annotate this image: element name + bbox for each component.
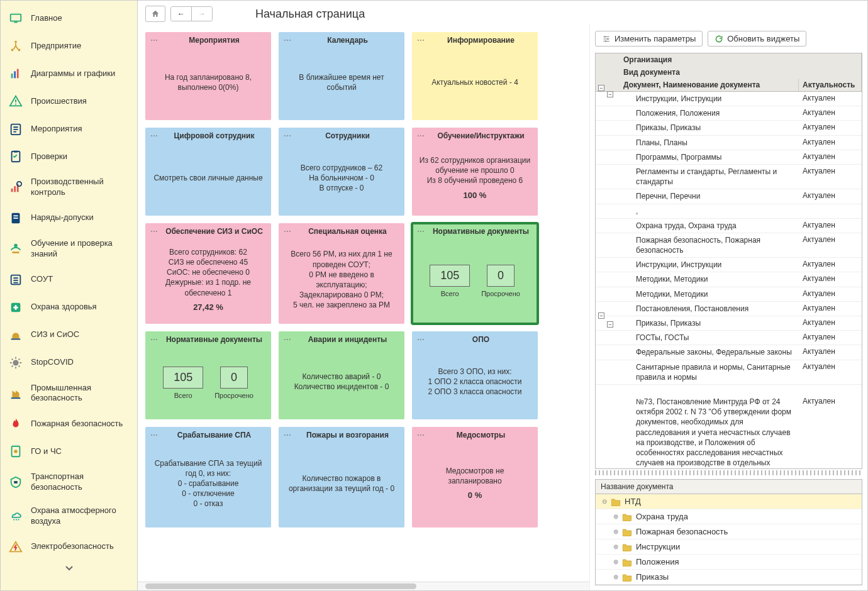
widget-menu-icon[interactable]: ⋯ [284, 131, 292, 140]
widget-menu-icon[interactable]: ⋯ [150, 431, 159, 439]
document-row[interactable]: Программы, ПрограммыАктуален [596, 150, 862, 165]
tree-collapse-2[interactable]: − [607, 91, 613, 97]
document-row[interactable]: №73, Постановление Минтруда РФ от 24 окт… [596, 395, 862, 469]
widget[interactable]: ⋯Аварии и инцидентыКоличество аварий - 0… [279, 331, 404, 419]
widget-menu-icon[interactable]: ⋯ [417, 36, 425, 45]
widget-menu-icon[interactable]: ⋯ [417, 335, 425, 344]
document-row[interactable]: Федеральные законы, Федеральные законыАк… [596, 345, 862, 360]
refresh-widgets-button[interactable]: Обновить виджеты [708, 31, 806, 47]
widget[interactable]: ⋯Срабатывание СПАСрабатывание СПА за теу… [145, 427, 271, 527]
tree-collapse-3[interactable]: − [598, 312, 604, 319]
svg-rect-19 [13, 218, 18, 219]
document-row[interactable]: Пожарная безопасность, Пожарная безопасн… [596, 233, 862, 258]
sidebar-item-gochs[interactable]: ГО и ЧС [1, 438, 137, 465]
change-params-label: Изменить параметры [615, 34, 696, 43]
sidebar-item-electro[interactable]: Электробезопасность [1, 533, 137, 561]
widget-line: Медосмотров не запланировано [418, 466, 531, 486]
sidebar-item-prodcontrol[interactable]: Производственный контроль [1, 170, 137, 204]
stat: 0Просрочено [214, 367, 253, 400]
expander-icon[interactable]: ⊕ [612, 543, 620, 551]
document-row[interactable]: Методики, МетодикиАктуален [596, 287, 862, 302]
widget[interactable]: ⋯Специальная оценкаВсего 56 РМ, из них д… [279, 223, 404, 324]
document-row[interactable]: Положения, ПоложенияАктуален [596, 106, 862, 121]
sidebar-item-permits[interactable]: Наряды-допуски [1, 204, 137, 232]
sidebar-item-sout[interactable]: СОУТ [1, 266, 137, 294]
widget-menu-icon[interactable]: ⋯ [417, 131, 425, 140]
widget[interactable]: ⋯ИнформированиеАктуальных новостей - 4 [412, 32, 538, 120]
sidebar-item-enterprise[interactable]: Предприятие [1, 32, 137, 60]
splitter[interactable] [595, 470, 862, 475]
document-row[interactable]: Санитарные правила и нормы, Санитарные п… [596, 360, 862, 385]
folder-row[interactable]: ⊕Пожарная безопасность [596, 524, 862, 539]
sidebar-label: Происшествия [31, 96, 87, 107]
folder-row[interactable]: ⊕Охрана труда [596, 509, 862, 524]
change-params-button[interactable]: Изменить параметры [595, 31, 703, 47]
sidebar-item-air[interactable]: Охрана атмосферного воздуха [1, 499, 137, 533]
expander-icon[interactable]: ⊕ [612, 573, 620, 581]
sidebar-more[interactable] [1, 561, 137, 577]
widget[interactable]: ⋯Обучение/ИнструктажиИз 62 сотрудников о… [412, 128, 538, 216]
widget-menu-icon[interactable]: ⋯ [150, 131, 159, 140]
document-row[interactable]: Перечни, ПеречниАктуален [596, 189, 862, 204]
sidebar-item-fire[interactable]: Пожарная безопасность [1, 410, 137, 438]
document-row[interactable]: Инструкции, ИнструкцииАктуален [596, 92, 862, 106]
folder-row[interactable]: ⊕Инструкции [596, 539, 862, 555]
widget-menu-icon[interactable]: ⋯ [284, 227, 292, 236]
widget-menu-icon[interactable]: ⋯ [284, 431, 292, 439]
sidebar-item-charts[interactable]: Диаграммы и графики [1, 60, 137, 87]
widget[interactable]: ⋯ОПОВсего 3 ОПО, из них:1 ОПО 2 класса о… [412, 331, 538, 419]
document-row[interactable]: , [596, 204, 862, 219]
widget[interactable]: ⋯Нормативные документы105Всего0Просрочен… [412, 223, 538, 324]
widget[interactable]: ⋯Цифровой сотрудникСмотреть свои личные … [145, 128, 271, 216]
doc-status: Актуален [799, 219, 862, 231]
expander-icon[interactable]: ⊕ [612, 558, 620, 566]
widget[interactable]: ⋯Нормативные документы105Всего0Просрочен… [145, 331, 271, 419]
sidebar-item-events[interactable]: Мероприятия [1, 115, 137, 143]
expander-icon[interactable]: ⊖ [601, 498, 608, 505]
document-row[interactable]: Приказы, ПриказыАктуален [596, 316, 862, 331]
widget[interactable]: ⋯МероприятияНа год запланировано 8, выпо… [145, 32, 271, 120]
documents-table[interactable]: Организация Вид документа Документ, Наим… [595, 53, 862, 469]
widget-menu-icon[interactable]: ⋯ [150, 36, 159, 45]
widget-menu-icon[interactable]: ⋯ [150, 227, 159, 236]
document-row[interactable]: Постановления, ПостановленияАктуален [596, 302, 862, 316]
home-button[interactable] [145, 6, 165, 22]
expander-icon[interactable]: ⊕ [612, 513, 620, 521]
widget-menu-icon[interactable]: ⋯ [284, 36, 292, 45]
widget[interactable]: ⋯Пожары и возгоранияКоличество пожаров в… [279, 427, 404, 527]
widget[interactable]: ⋯МедосмотрыМедосмотров не запланировано0… [412, 427, 538, 527]
widget-menu-icon[interactable]: ⋯ [417, 227, 425, 236]
widget[interactable]: ⋯Обеспечение СИЗ и СиОСВсего сотрудников… [145, 223, 271, 324]
widget-menu-icon[interactable]: ⋯ [150, 335, 159, 344]
folder-row[interactable]: ⊕Приказы [596, 570, 862, 585]
tree-collapse-1[interactable]: − [598, 85, 604, 91]
document-row[interactable]: Методики, МетодикиАктуален [596, 272, 862, 287]
sidebar-item-industrial[interactable]: Промышленная безопасность [1, 377, 137, 411]
document-row[interactable]: Охрана труда, Охрана трудаАктуален [596, 219, 862, 233]
document-row[interactable]: ГОСТы, ГОСТыАктуален [596, 331, 862, 345]
document-row[interactable]: Инструкции, ИнструкцииАктуален [596, 258, 862, 272]
widget-menu-icon[interactable]: ⋯ [417, 431, 425, 439]
document-row[interactable]: Приказы, ПриказыАктуален [596, 121, 862, 135]
document-row[interactable]: Регламенты и стандарты, Регламенты и ста… [596, 165, 862, 189]
expander-icon[interactable]: ⊕ [612, 528, 620, 536]
widget[interactable]: ⋯КалендарьВ ближайшее время нет событий [279, 32, 404, 120]
document-row[interactable]: Планы, ПланыАктуален [596, 136, 862, 150]
widget-menu-icon[interactable]: ⋯ [284, 335, 292, 344]
sidebar-item-incidents[interactable]: Происшествия [1, 87, 137, 115]
sidebar-item-training[interactable]: Обучение и проверка знаний [1, 232, 137, 266]
widget[interactable]: ⋯СотрудникиВсего сотрудников – 62На боль… [279, 128, 404, 216]
sidebar-item-main[interactable]: Главное [1, 4, 137, 32]
sidebar-item-health[interactable]: Охрана здоровья [1, 294, 137, 321]
svg-point-29 [604, 36, 606, 37]
folder-row[interactable]: ⊕Положения [596, 555, 862, 570]
back-button[interactable]: ← [171, 7, 191, 21]
sidebar-item-siz[interactable]: СИЗ и СиОС [1, 321, 137, 349]
horizontal-scrollbar[interactable] [138, 582, 589, 590]
tree-collapse-4[interactable]: − [607, 321, 613, 328]
sidebar-item-checks[interactable]: Проверки [1, 143, 137, 170]
folder-row[interactable]: ⊖НТД [596, 494, 862, 509]
sidebar-item-covid[interactable]: StopCOVID [1, 349, 137, 377]
sidebar-item-transport[interactable]: Транспортная безопасность [1, 465, 137, 499]
forward-button[interactable]: → [191, 7, 212, 21]
